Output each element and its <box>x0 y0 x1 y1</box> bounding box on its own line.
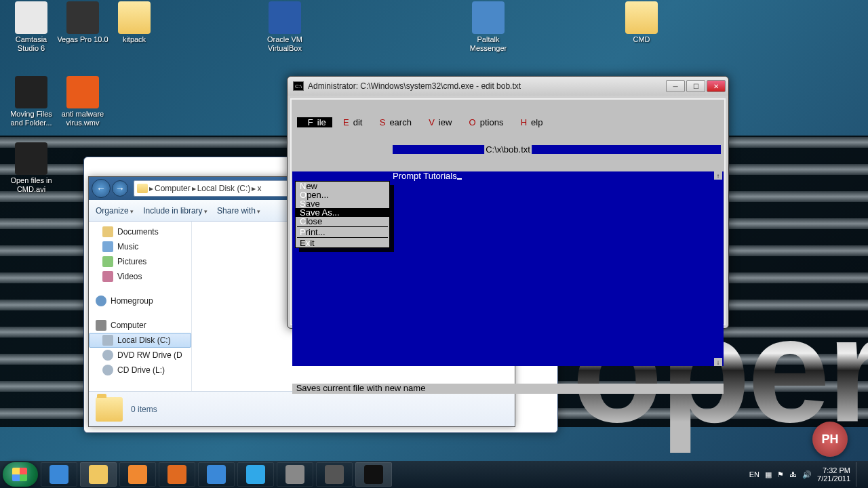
taskbar-button-skype[interactable] <box>237 462 274 487</box>
menu-search[interactable]: Search <box>369 117 418 127</box>
file-menu-dropdown[interactable]: NewOpen...SaveSave As...ClosePrint...Exi… <box>295 181 390 248</box>
close-button[interactable]: ✕ <box>707 80 726 92</box>
window-title: Administrator: C:\Windows\system32\cmd.e… <box>308 81 665 91</box>
skype-icon <box>246 465 265 484</box>
tray-time[interactable]: 7:32 PM <box>817 466 850 474</box>
desktop-icon[interactable]: Open files in CMD.avi <box>5 142 57 194</box>
text-cursor <box>457 178 462 180</box>
taskbar-button-firefox[interactable] <box>159 462 195 487</box>
tray-action-center-icon[interactable]: ⚑ <box>777 470 784 479</box>
nav-music[interactable]: Music <box>89 239 191 254</box>
scroll-down-arrow[interactable]: ↓ <box>714 358 722 366</box>
app-icon <box>66 76 99 108</box>
taskbar[interactable]: EN ▦ ⚑ 🖧 🔊 7:32 PM 7/21/2011 <box>0 461 868 488</box>
icon-label: Vegas Pro 10.0 <box>57 35 108 44</box>
tray-network-icon[interactable]: 🖧 <box>789 470 797 479</box>
icon-label: Camtasia Studio 6 <box>5 35 57 53</box>
edit-menubar[interactable]: File Edit Search View Options Help <box>292 118 724 127</box>
nav-homegroup[interactable]: Homegroup <box>89 293 191 308</box>
maximize-button[interactable]: ☐ <box>686 80 705 92</box>
menu-item[interactable]: Print... <box>296 228 389 237</box>
menu-file[interactable]: File <box>297 117 332 127</box>
watermark-badge: PH <box>812 422 848 457</box>
cmd-edit-window[interactable]: C:\ Administrator: C:\Windows\system32\c… <box>287 76 729 329</box>
taskbar-button-?[interactable] <box>277 462 313 487</box>
desktop-icon[interactable]: kitpack <box>108 1 160 44</box>
taskbar-button-ie[interactable] <box>41 462 77 487</box>
breadcrumb-computer[interactable]: Computer <box>155 184 191 193</box>
app-icon <box>472 1 505 34</box>
nav-cd-drive[interactable]: CD Drive (L:) <box>89 363 191 378</box>
nav-local-disk-c[interactable]: Local Disk (C:) <box>89 333 191 348</box>
scroll-up-arrow[interactable]: ↑ <box>714 171 722 180</box>
nav-pictures[interactable]: Pictures <box>89 254 191 269</box>
icon-label: CMD <box>616 35 667 44</box>
taskbar-button-camtasia[interactable] <box>316 462 353 487</box>
menu-help[interactable]: Help <box>510 117 549 127</box>
icon-label: Paltalk Messenger <box>462 35 514 53</box>
edit-text-area[interactable]: Prompt Tutorials ↑ ↓ NewOpen...SaveSave … <box>292 171 724 366</box>
menu-item[interactable]: Close <box>296 217 389 226</box>
firefox-icon <box>167 465 186 484</box>
start-button[interactable] <box>3 462 38 487</box>
desktop-icon[interactable]: Vegas Pro 10.0 <box>57 1 108 44</box>
edit-screen: File Edit Search View Options Help C:\x\… <box>292 100 724 323</box>
icon-label: Moving Files and Folder... <box>5 110 57 127</box>
taskbar-button-itunes[interactable] <box>198 462 235 487</box>
nav-dvd-drive[interactable]: DVD RW Drive (D <box>89 348 191 363</box>
share-with-menu[interactable]: Share with <box>217 206 260 216</box>
desktop-icon[interactable]: Oracle VM VirtualBox <box>259 1 311 53</box>
explorer-nav-pane[interactable]: Documents Music Pictures Videos Homegrou… <box>89 222 192 391</box>
wmp-icon <box>128 465 147 484</box>
tray-flag-icon[interactable]: ▦ <box>765 470 772 479</box>
tray-date[interactable]: 7/21/2011 <box>817 474 850 483</box>
cmd-icon: C:\ <box>293 81 304 91</box>
app-icon <box>269 1 301 34</box>
nav-videos[interactable]: Videos <box>89 269 191 284</box>
desktop-icon[interactable]: Moving Files and Folder... <box>5 76 57 127</box>
menu-options[interactable]: Options <box>458 117 510 127</box>
cmd-icon <box>364 465 383 484</box>
app-icon <box>15 76 47 108</box>
file-content: Prompt Tutorials <box>393 171 462 180</box>
nav-documents[interactable]: Documents <box>89 224 191 239</box>
status-item-count: 0 items <box>131 405 157 414</box>
breadcrumb-drive[interactable]: Local Disk (C:) <box>197 184 251 193</box>
itunes-icon <box>207 465 226 484</box>
organize-menu[interactable]: Organize <box>96 206 134 216</box>
ie-icon <box>50 465 68 484</box>
minimize-button[interactable]: ─ <box>666 80 685 92</box>
menu-edit[interactable]: Edit <box>332 117 369 127</box>
taskbar-button-wmp[interactable] <box>119 462 156 487</box>
explorer-icon <box>89 465 108 484</box>
breadcrumb-folder[interactable]: x <box>257 184 261 193</box>
app-icon <box>15 1 47 34</box>
desktop-icon[interactable]: Paltalk Messenger <box>462 1 514 53</box>
tray-volume-icon[interactable]: 🔊 <box>802 470 812 479</box>
app-icon <box>66 1 99 34</box>
menu-view[interactable]: View <box>418 117 458 127</box>
desktop-icon[interactable]: CMD <box>616 1 667 44</box>
nav-forward-button[interactable]: → <box>112 180 128 197</box>
show-desktop-button[interactable] <box>856 462 861 487</box>
app-icon <box>625 1 658 34</box>
tray-language[interactable]: EN <box>749 470 760 479</box>
icon-label: Open files in CMD.avi <box>5 176 57 194</box>
window-titlebar[interactable]: C:\ Administrator: C:\Windows\system32\c… <box>288 77 728 96</box>
desktop-icon[interactable]: Camtasia Studio 6 <box>5 1 57 53</box>
edit-filepath-bar: C:\x\bob.txt <box>292 145 724 154</box>
app-icon <box>118 1 151 34</box>
icon-label: kitpack <box>108 35 160 44</box>
taskbar-button-explorer[interactable] <box>80 462 117 487</box>
edit-statusbar: Saves current file with new name <box>292 384 724 394</box>
menu-item[interactable]: Exit <box>296 239 389 247</box>
include-library-menu[interactable]: Include in library <box>143 206 208 216</box>
taskbar-button-cmd[interactable] <box>355 462 392 487</box>
desktop-icon[interactable]: anti malware virus.wmv <box>57 76 108 127</box>
system-tray[interactable]: EN ▦ ⚑ 🖧 🔊 7:32 PM 7/21/2011 <box>749 462 865 487</box>
nav-back-button[interactable]: ← <box>92 179 111 198</box>
folder-icon <box>96 397 123 422</box>
icon-label: anti malware virus.wmv <box>57 110 108 127</box>
app-icon <box>15 142 47 175</box>
nav-computer[interactable]: Computer <box>89 318 191 333</box>
